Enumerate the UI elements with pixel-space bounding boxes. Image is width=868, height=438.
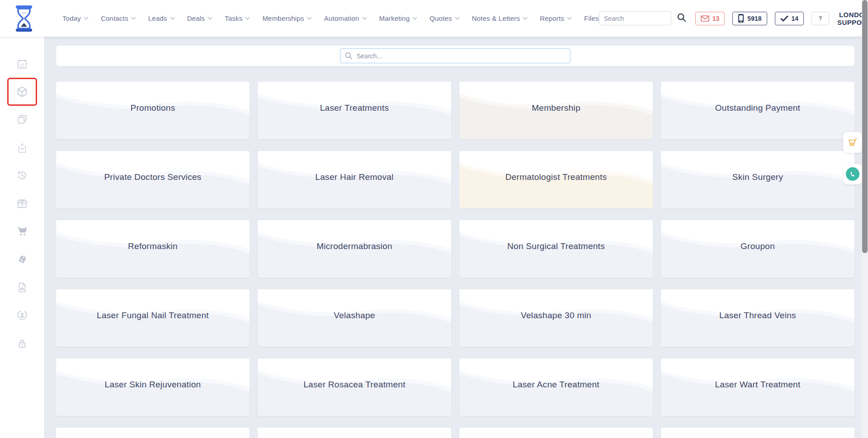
menu-label: Leads (148, 14, 167, 22)
category-card[interactable]: Laser Wart Treatment (661, 358, 854, 416)
top-navbar: Today Contacts Leads Deals Tasks Members… (0, 0, 868, 37)
category-search (340, 48, 571, 63)
sidebar-item-gifts[interactable] (0, 192, 44, 215)
category-card[interactable]: Velashape (258, 289, 451, 347)
category-card[interactable]: Microdermabrasion (258, 220, 451, 278)
user-circle-icon (16, 309, 28, 321)
menu-item-memberships[interactable]: Memberships (262, 14, 311, 22)
category-card[interactable]: Non Surgical Treatments (459, 220, 653, 278)
mail-count: 13 (712, 15, 720, 22)
category-card[interactable] (56, 428, 250, 438)
menu-item-files[interactable]: Files (584, 14, 599, 22)
category-card[interactable]: Laser Skin Rejuvenation (56, 358, 250, 416)
wave-decoration (258, 428, 451, 438)
chevron-down-icon (523, 15, 528, 20)
category-label: Microdermabrasion (258, 241, 451, 251)
sidebar-item-security[interactable] (0, 332, 44, 355)
price-tag-icon: $ (16, 254, 28, 266)
category-label: Velashape 30 min (459, 311, 653, 320)
sidebar-item-products[interactable] (0, 80, 44, 104)
category-card[interactable]: Laser Treatments (258, 82, 451, 139)
category-label: Groupon (661, 241, 854, 251)
sidebar-item-pricing[interactable]: $ (0, 248, 44, 272)
category-search-panel (56, 46, 854, 66)
help-button[interactable]: ? (811, 12, 829, 25)
lock-icon (16, 338, 28, 349)
phone-circle (846, 167, 859, 181)
category-card[interactable]: Laser Fungal Nail Treatment (56, 289, 250, 347)
category-card[interactable]: Skin Surgery (661, 151, 854, 208)
sidebar-item-account[interactable] (0, 303, 44, 327)
wave-decoration (56, 428, 250, 438)
category-label: Laser Thread Veins (661, 311, 854, 320)
chevron-down-icon (208, 15, 212, 20)
shopping-bag-icon (16, 142, 28, 154)
category-label: Laser Skin Rejuvenation (56, 380, 250, 390)
menu-label: Notes & Letters (472, 14, 520, 22)
menu-item-quotes[interactable]: Quotes (429, 14, 459, 22)
history-icon (16, 170, 28, 181)
category-label: Laser Wart Treatment (661, 380, 854, 390)
menu-item-deals[interactable]: Deals (187, 14, 212, 22)
category-card[interactable]: Groupon (661, 220, 854, 278)
category-card[interactable]: Promotions (56, 82, 250, 139)
sidebar-item-reports[interactable] (0, 276, 44, 299)
sidebar-item-calendar[interactable]: 12 (0, 52, 44, 76)
sidebar-item-duplicates[interactable] (0, 108, 44, 131)
category-card[interactable] (661, 428, 854, 438)
menu-item-reports[interactable]: Reports (540, 14, 571, 22)
menu-label: Files (584, 14, 599, 22)
main-menu: Today Contacts Leads Deals Tasks Members… (62, 14, 599, 22)
category-card[interactable]: Laser Rosacea Treatment (258, 358, 451, 416)
menu-item-today[interactable]: Today (62, 14, 88, 22)
category-card[interactable]: Dermatologist Treatments (459, 151, 653, 208)
menu-item-leads[interactable]: Leads (148, 14, 174, 22)
hourglass-logo-icon (14, 5, 34, 32)
sidebar-item-history[interactable] (0, 164, 44, 187)
navbar-search (599, 11, 688, 25)
cart-icon (847, 137, 858, 148)
scrollbar-thumb[interactable] (862, 0, 868, 253)
category-card[interactable]: Reformaskin (56, 220, 250, 278)
check-icon (780, 15, 788, 22)
category-card[interactable]: Membership (459, 82, 653, 139)
chevron-down-icon (567, 15, 572, 20)
menu-item-contacts[interactable]: Contacts (101, 14, 135, 22)
menu-item-marketing[interactable]: Marketing (379, 14, 417, 22)
calls-badge[interactable]: 5918 (732, 12, 767, 25)
category-card[interactable] (258, 428, 451, 438)
search-button[interactable] (676, 12, 688, 25)
wave-decoration (661, 428, 854, 438)
menu-label: Marketing (379, 14, 410, 22)
cart-icon (16, 226, 28, 237)
floating-phone-button[interactable] (843, 164, 862, 184)
category-label: Non Surgical Treatments (459, 241, 653, 251)
menu-item-tasks[interactable]: Tasks (225, 14, 249, 22)
sidebar-item-orders[interactable] (0, 136, 44, 160)
menu-label: Tasks (225, 14, 242, 22)
category-card[interactable]: Private Doctors Services (56, 151, 250, 208)
chevron-down-icon (245, 15, 250, 20)
category-card[interactable] (459, 428, 653, 438)
menu-item-notes-letters[interactable]: Notes & Letters (472, 14, 527, 22)
category-card[interactable]: Outstanding Payment (661, 82, 854, 139)
floating-cart-button[interactable] (843, 132, 862, 153)
tasks-badge[interactable]: 14 (775, 12, 804, 25)
copy-icon (16, 113, 28, 125)
category-card[interactable]: Laser Hair Removal (258, 151, 451, 208)
category-label: Laser Acne Treatment (459, 380, 653, 390)
navbar-search-input[interactable] (599, 11, 671, 25)
category-search-input[interactable] (340, 48, 571, 63)
menu-item-automation[interactable]: Automation (324, 14, 366, 22)
category-label: Laser Rosacea Treatment (258, 380, 451, 390)
app-logo[interactable] (14, 5, 34, 32)
category-card[interactable]: Laser Thread Veins (661, 289, 854, 347)
mail-notifications-badge[interactable]: 13 (695, 12, 725, 25)
page-scrollbar[interactable] (862, 0, 868, 438)
category-card[interactable]: Laser Acne Treatment (459, 358, 653, 416)
mobile-icon (738, 14, 744, 23)
gift-icon (16, 198, 28, 209)
category-card[interactable]: Velashape 30 min (459, 289, 653, 347)
sidebar-item-cart[interactable] (0, 220, 44, 243)
menu-label: Contacts (101, 14, 128, 22)
